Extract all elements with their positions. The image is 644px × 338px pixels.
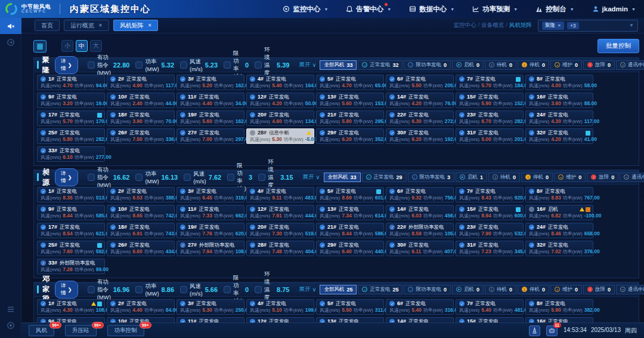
- turbine-card[interactable]: 11# 正常发电 风速(m/s)4.40 功率(kW)34.00: [177, 93, 244, 108]
- nav-power-forecast[interactable]: 功率预测▼: [472, 5, 518, 14]
- turbine-card[interactable]: 15# 正常发电 风速(m/s)5.90 功率(kW)152.00: [456, 93, 524, 108]
- status-filter-badge[interactable]: 启机 0: [452, 285, 484, 294]
- turbine-card[interactable]: 5# 正常发电 风速(m/s)8.69 功率(kW)601.00: [316, 187, 384, 202]
- turbine-card[interactable]: 1# 正常发电 风速(m/s)4.30 功率(kW)108.00: [37, 299, 105, 315]
- turbine-card[interactable]: 31# 正常发电 风速(m/s)5.00 功率(kW)201.00: [456, 128, 524, 144]
- turbine-card[interactable]: 14# 正常发电 风速(m/s)4.20 功率(kW)76.00: [386, 93, 454, 108]
- turbine-card[interactable]: 9# 正常发电 风速(m/s)8.44 功率(kW)585.00: [37, 205, 105, 220]
- turbine-card[interactable]: 19# 正常发电 风速(m/s)7.76 功率(kW)620.00: [177, 223, 244, 238]
- nav-console[interactable]: 控制台▼: [535, 5, 574, 14]
- detail-button[interactable]: 详情❯: [55, 168, 78, 186]
- turbine-card[interactable]: 7# 正常发电 风速(m/s)5.40 功率(kW)481.00: [456, 299, 524, 315]
- breadcrumb-item[interactable]: 设备概览: [481, 21, 504, 28]
- status-filter-badge[interactable]: 限功率发电 0: [404, 60, 451, 70]
- status-filter-badge[interactable]: 正常发电 25: [358, 285, 402, 294]
- turbine-card[interactable]: 9# 正常发电 风速(m/s)3.20 功率(kW)19.00: [37, 93, 105, 108]
- status-filter-badge[interactable]: 维护 0: [550, 285, 582, 294]
- help-button[interactable]: [0, 317, 21, 333]
- expand-link[interactable]: 展开∨: [299, 61, 316, 69]
- turbine-card[interactable]: 19# 正常发电 风速(m/s)5.60 功率(kW)162.00: [177, 110, 244, 126]
- status-filter-badge[interactable]: 待机 0: [485, 60, 516, 70]
- turbine-card[interactable]: 24# 正常发电 风速(m/s)8.46 功率(kW)658.00: [525, 223, 593, 238]
- turbine-card[interactable]: 22# 正常发电 风速(m/s)6.30 功率(kW)272.00: [386, 110, 454, 126]
- footer-substation-button[interactable]: 升压站99+: [65, 325, 97, 336]
- turbine-card[interactable]: 3# 正常发电 风速(m/s)5.30 功率(kW)250.00: [177, 299, 244, 315]
- status-filter-badge[interactable]: 待机 0: [485, 285, 516, 294]
- turbine-card[interactable]: 11# 正常发电 风速(m/s)7.33 功率(kW)662.00: [177, 205, 244, 220]
- status-filter-badge[interactable]: 故障 0: [587, 173, 618, 182]
- turbine-card[interactable]: 28# 正常发电 风速(m/s)7.48 功率(kW)404.00: [246, 241, 314, 256]
- turbine-card[interactable]: 1# 正常发电 风速(m/s)4.70 功率(kW)94.00: [37, 75, 105, 90]
- turbine-card[interactable]: 28# 信息中断 风速(m/s)5.30 功率(kW)-5.00: [246, 128, 314, 144]
- nav-alarm-center[interactable]: 告警中心 ▼: [346, 5, 391, 14]
- turbine-card[interactable]: 25# 正常发电 风速(m/s)5.80 功率(kW)282.00: [37, 128, 105, 144]
- turbine-card[interactable]: 23# 正常发电 风速(m/s)6.70 功率(kW)282.00: [456, 110, 524, 126]
- turbine-card[interactable]: 17# 正常发电 风速(m/s)8.54 功率(kW)621.00: [37, 223, 105, 238]
- turbine-card[interactable]: 3# 正常发电 风速(m/s)6.45 功率(kW)319.00: [177, 187, 244, 202]
- turbine-card[interactable]: 21# 正常发电 风速(m/s)8.44 功率(kW)586.00: [316, 223, 384, 238]
- size-small-button[interactable]: 小: [61, 40, 73, 52]
- turbine-card[interactable]: 2# 正常发电 风速(m/s)4.90 功率(kW)117.00: [107, 75, 175, 90]
- status-filter-badge[interactable]: 通讯中断 1: [616, 60, 644, 70]
- filter-tag[interactable]: 聚隆✕: [542, 21, 564, 30]
- turbine-card[interactable]: 7# 正常发电 风速(m/s)8.43 功率(kW)920.00: [456, 187, 524, 202]
- turbine-card[interactable]: 8# 正常发电 风速(m/s)5.90 功率(kW)382.00: [525, 299, 593, 315]
- turbine-card[interactable]: 30# 正常发电 风速(m/s)6.20 功率(kW)192.00: [386, 128, 454, 144]
- filter-more-tag[interactable]: +3: [567, 22, 579, 29]
- turbine-card[interactable]: 18# 正常发电 风速(m/s)3.90 功率(kW)70.00: [107, 110, 175, 126]
- turbine-card[interactable]: 2# 正常发电 风速(m/s)6.53 功率(kW)388.00: [107, 187, 175, 202]
- turbine-card[interactable]: 12# 正常发电 风速(m/s)7.91 功率(kW)444.00: [246, 205, 314, 220]
- status-filter-badge[interactable]: 停机 0: [518, 285, 549, 294]
- status-filter-badge[interactable]: 停机 0: [518, 60, 549, 70]
- turbine-card[interactable]: 16# 正常发电 风速(m/s)3.60 功率(kW)88.00: [525, 93, 593, 108]
- status-filter-badge[interactable]: 正常发电 29: [362, 173, 407, 182]
- turbine-card[interactable]: 21# 正常发电 风速(m/s)5.80 功率(kW)295.00: [316, 110, 384, 126]
- turbine-card[interactable]: 1# 正常发电 风速(m/s)8.35 功率(kW)513.00: [37, 187, 105, 202]
- turbine-card[interactable]: 4# 正常发电 风速(m/s)9.11 功率(kW)483.00: [246, 187, 314, 202]
- status-filter-badge[interactable]: 停机 0: [521, 173, 553, 182]
- turbine-card[interactable]: 4# 正常发电 风速(m/s)5.10 功率(kW)199.00: [246, 299, 314, 315]
- status-filter-badge[interactable]: 维护 0: [550, 60, 582, 70]
- status-filter-badge[interactable]: 全部风机 25: [320, 285, 357, 294]
- turbine-card[interactable]: 8# 正常发电 风速(m/s)4.00 功率(kW)58.00: [525, 75, 593, 90]
- turbine-card[interactable]: 31# 正常发电 风速(m/s)7.23 功率(kW)345.00: [456, 241, 524, 256]
- collapse-nav-button[interactable]: [0, 34, 21, 50]
- turbine-card[interactable]: 16# 启机 风速(m/s)6.82 功率(kW)-100.00: [525, 205, 593, 220]
- tab-home[interactable]: 首页: [35, 20, 60, 31]
- batch-control-button[interactable]: 批量控制: [597, 39, 639, 53]
- footer-power-control-button[interactable]: 功率控制99+: [107, 325, 144, 336]
- turbine-card[interactable]: 29# 正常发电 风速(m/s)6.40 功率(kW)440.00: [316, 241, 384, 256]
- grid-view-button[interactable]: ▦: [33, 40, 47, 53]
- tab-turbine-matrix[interactable]: 风机矩阵✕: [113, 20, 159, 31]
- turbine-card[interactable]: 5# 正常发电 风速(m/s)4.70 功率(kW)65.00: [316, 75, 384, 90]
- turbine-card[interactable]: 23# 正常发电 风速(m/s)7.90 功率(kW)532.00: [456, 223, 524, 238]
- status-filter-badge[interactable]: 限功率发电 3: [408, 173, 455, 182]
- turbine-card[interactable]: 18# 正常发电 风速(m/s)6.91 功率(kW)743.00: [107, 223, 175, 238]
- size-medium-button[interactable]: 中: [76, 40, 88, 52]
- status-filter-badge[interactable]: 通讯中断 0: [620, 173, 644, 182]
- close-icon[interactable]: ✕: [558, 23, 561, 28]
- turbine-card[interactable]: 6# 正常发电 风速(m/s)5.50 功率(kW)205.00: [386, 75, 454, 90]
- message-center-button[interactable]: 11: [546, 325, 558, 336]
- tower-status-button[interactable]: [529, 325, 540, 336]
- turbine-card[interactable]: 10# 正常发电 风速(m/s)2.40 功率(kW)44.00: [107, 93, 175, 108]
- breadcrumb-item[interactable]: 监控中心: [454, 21, 476, 28]
- expand-link[interactable]: 展开∨: [299, 285, 316, 293]
- footer-turbine-button[interactable]: 风机99+: [29, 325, 54, 336]
- device-list-button[interactable]: [0, 301, 21, 317]
- turbine-card[interactable]: 27# 正常发电 风速(m/s)7.00 功率(kW)297.00: [177, 128, 244, 144]
- detail-button[interactable]: 详情❯: [55, 281, 78, 299]
- turbine-card[interactable]: 20# 正常发电 风速(m/s)7.30 功率(kW)519.00: [246, 223, 314, 238]
- turbine-card[interactable]: 13# 正常发电 风速(m/s)7.34 功率(kW)614.00: [316, 205, 384, 220]
- status-filter-badge[interactable]: 限功率发电 0: [404, 285, 451, 294]
- status-filter-badge[interactable]: 通讯中断 0: [616, 285, 644, 294]
- turbine-card[interactable]: 2# 正常发电 风速(m/s)4.40 功率(kW)84.00: [107, 299, 175, 315]
- turbine-card[interactable]: 29# 正常发电 风速(m/s)6.20 功率(kW)352.00: [316, 128, 384, 144]
- nav-monitor-center[interactable]: 监控中心▼: [283, 5, 328, 14]
- turbine-card[interactable]: 24# 正常发电 风速(m/s)4.30 功率(kW)117.00: [525, 110, 593, 126]
- status-filter-badge[interactable]: 待机 0: [488, 173, 520, 182]
- status-filter-badge[interactable]: 全部风机 33: [320, 60, 357, 70]
- turbine-card[interactable]: 6# 正常发电 风速(m/s)9.32 功率(kW)756.00: [386, 187, 454, 202]
- status-filter-badge[interactable]: 维护 0: [554, 173, 586, 182]
- turbine-card[interactable]: 14# 正常发电 风速(m/s)6.03 功率(kW)456.00: [386, 205, 454, 220]
